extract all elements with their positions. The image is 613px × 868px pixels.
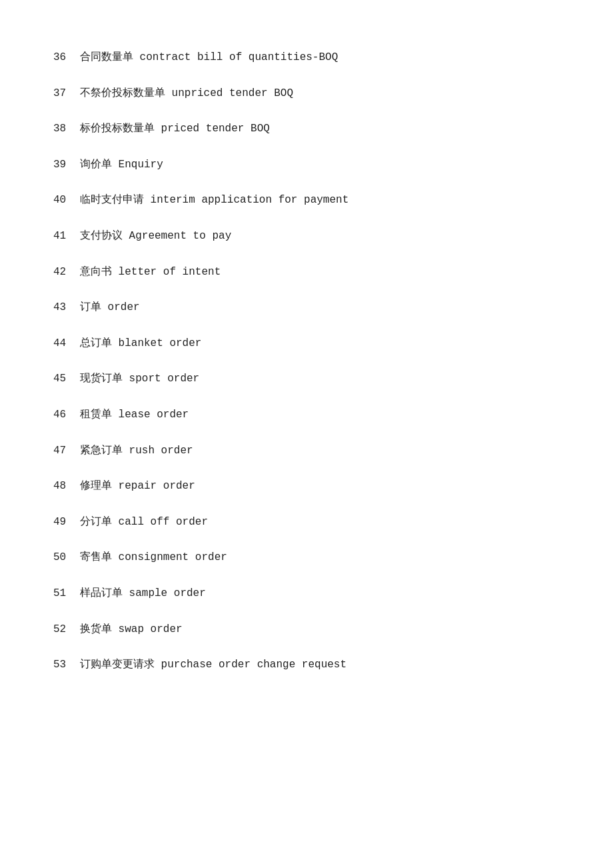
item-number: 36 bbox=[53, 49, 80, 67]
list-item: 53订购单变更请求 purchase order change request bbox=[53, 647, 560, 683]
item-number: 42 bbox=[53, 264, 80, 281]
item-text: 租赁单 lease order bbox=[80, 407, 189, 424]
list-item: 46租赁单 lease order bbox=[53, 397, 560, 433]
item-number: 52 bbox=[53, 621, 80, 639]
item-number: 47 bbox=[53, 443, 80, 460]
list-item: 41支付协议 Agreement to pay bbox=[53, 219, 560, 255]
list-item: 37不祭价投标数量单 unpriced tender BOQ bbox=[53, 76, 560, 112]
list-item: 50寄售单 consignment order bbox=[53, 540, 560, 576]
item-number: 44 bbox=[53, 335, 80, 353]
item-number: 50 bbox=[53, 549, 80, 567]
item-text: 寄售单 consignment order bbox=[80, 549, 227, 567]
item-number: 51 bbox=[53, 585, 80, 603]
list-item: 49分订单 call off order bbox=[53, 505, 560, 541]
item-number: 37 bbox=[53, 85, 80, 103]
item-text: 现货订单 sport order bbox=[80, 371, 199, 388]
list-item: 38标价投标数量单 priced tender BOQ bbox=[53, 111, 560, 147]
item-number: 46 bbox=[53, 407, 80, 424]
item-number: 45 bbox=[53, 371, 80, 388]
list-item: 44总订单 blanket order bbox=[53, 326, 560, 362]
list-item: 52换货单 swap order bbox=[53, 612, 560, 648]
list-item: 42意向书 letter of intent bbox=[53, 255, 560, 291]
item-text: 换货单 swap order bbox=[80, 621, 183, 639]
item-text: 询价单 Enquiry bbox=[80, 157, 163, 174]
item-text: 合同数量单 contract bill of quantities-BOQ bbox=[80, 49, 338, 67]
list-item: 45现货订单 sport order bbox=[53, 361, 560, 397]
item-number: 39 bbox=[53, 157, 80, 174]
item-number: 38 bbox=[53, 121, 80, 138]
item-number: 40 bbox=[53, 192, 80, 209]
item-text: 紧急订单 rush order bbox=[80, 443, 193, 460]
item-text: 意向书 letter of intent bbox=[80, 264, 221, 281]
item-text: 不祭价投标数量单 unpriced tender BOQ bbox=[80, 85, 293, 103]
item-text: 总订单 blanket order bbox=[80, 335, 201, 353]
terminology-list: 36合同数量单 contract bill of quantities-BOQ3… bbox=[53, 40, 560, 683]
item-number: 41 bbox=[53, 228, 80, 245]
item-number: 48 bbox=[53, 478, 80, 495]
item-text: 样品订单 sample order bbox=[80, 585, 206, 603]
list-item: 36合同数量单 contract bill of quantities-BOQ bbox=[53, 40, 560, 76]
list-item: 40临时支付申请 interim application for payment bbox=[53, 183, 560, 219]
list-item: 39询价单 Enquiry bbox=[53, 147, 560, 183]
list-item: 51样品订单 sample order bbox=[53, 576, 560, 612]
item-number: 43 bbox=[53, 299, 80, 317]
list-item: 48修理单 repair order bbox=[53, 469, 560, 505]
item-text: 订单 order bbox=[80, 299, 140, 317]
item-text: 支付协议 Agreement to pay bbox=[80, 228, 231, 245]
item-text: 临时支付申请 interim application for payment bbox=[80, 192, 348, 209]
item-text: 分订单 call off order bbox=[80, 514, 208, 531]
item-number: 53 bbox=[53, 657, 80, 674]
list-item: 43订单 order bbox=[53, 290, 560, 326]
item-text: 修理单 repair order bbox=[80, 478, 195, 495]
item-number: 49 bbox=[53, 514, 80, 531]
list-item: 47紧急订单 rush order bbox=[53, 433, 560, 469]
item-text: 标价投标数量单 priced tender BOQ bbox=[80, 121, 270, 138]
item-text: 订购单变更请求 purchase order change request bbox=[80, 657, 346, 674]
